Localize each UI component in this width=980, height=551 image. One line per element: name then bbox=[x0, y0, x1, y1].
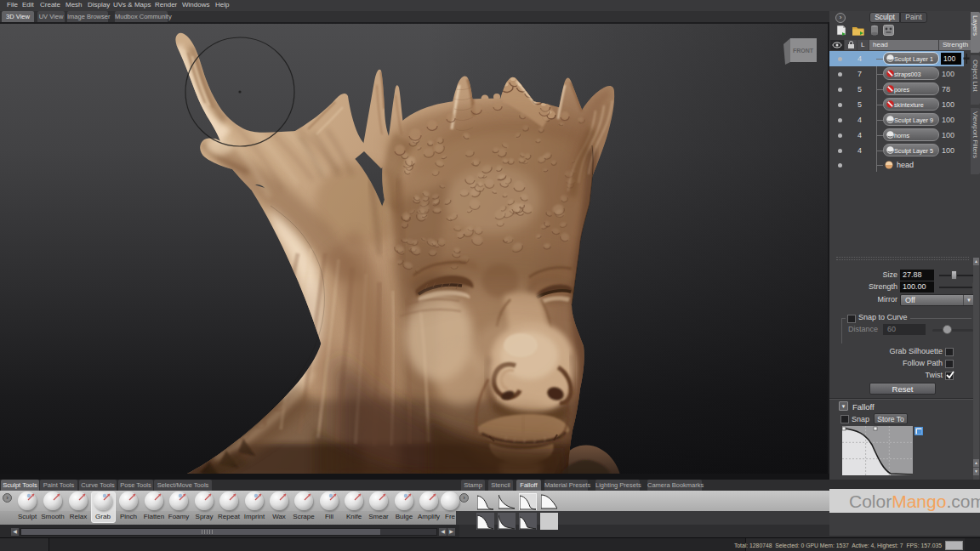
svg-text:FRONT: FRONT bbox=[793, 48, 814, 54]
